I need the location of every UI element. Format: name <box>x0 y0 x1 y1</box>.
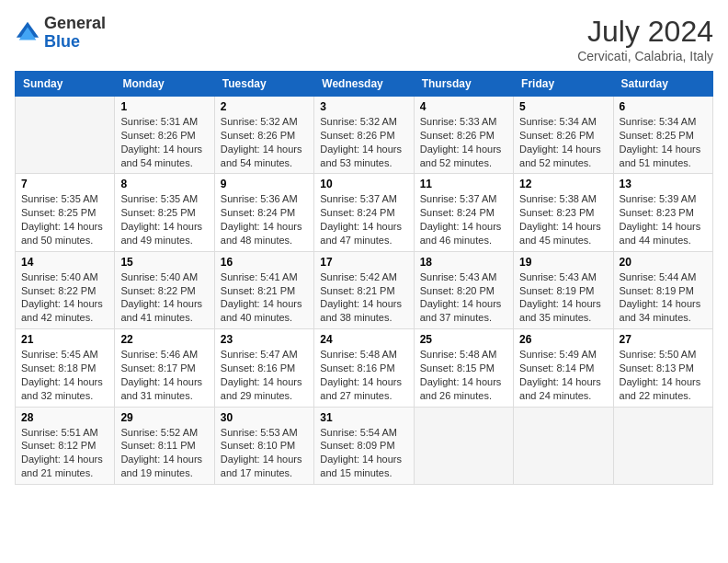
logo-blue: Blue <box>44 32 80 51</box>
day-number: 3 <box>320 100 407 113</box>
cell-info: Sunrise: 5:35 AMSunset: 8:25 PMDaylight:… <box>120 193 202 246</box>
day-number: 7 <box>21 178 108 190</box>
logo-general: General <box>44 14 106 32</box>
day-number: 26 <box>519 333 607 346</box>
header-sunday: Sunday <box>16 72 115 97</box>
calendar-cell: 17 Sunrise: 5:42 AMSunset: 8:21 PMDaylig… <box>314 251 414 328</box>
day-number: 19 <box>519 256 607 269</box>
calendar-cell <box>514 407 613 484</box>
title-section: July 2024 Cervicati, Calabria, Italy <box>577 15 713 63</box>
day-number: 30 <box>221 411 308 424</box>
week-row-2: 14 Sunrise: 5:40 AMSunset: 8:22 PMDaylig… <box>16 251 713 328</box>
day-number: 6 <box>620 100 707 113</box>
calendar-cell <box>613 407 712 484</box>
cell-info: Sunrise: 5:35 AMSunset: 8:25 PMDaylight:… <box>21 193 103 246</box>
day-number: 1 <box>120 100 208 113</box>
header-tuesday: Tuesday <box>214 72 313 97</box>
calendar-table: SundayMondayTuesdayWednesdayThursdayFrid… <box>15 71 713 485</box>
header-saturday: Saturday <box>613 72 712 97</box>
cell-info: Sunrise: 5:39 AMSunset: 8:23 PMDaylight:… <box>620 193 701 246</box>
calendar-cell: 28 Sunrise: 5:51 AMSunset: 8:12 PMDaylig… <box>16 407 115 484</box>
calendar-cell: 2 Sunrise: 5:32 AMSunset: 8:26 PMDayligh… <box>214 97 313 174</box>
cell-info: Sunrise: 5:37 AMSunset: 8:24 PMDaylight:… <box>420 193 502 246</box>
calendar-cell: 3 Sunrise: 5:32 AMSunset: 8:26 PMDayligh… <box>314 97 414 174</box>
calendar-cell: 20 Sunrise: 5:44 AMSunset: 8:19 PMDaylig… <box>613 251 712 328</box>
day-number: 5 <box>519 100 607 113</box>
cell-info: Sunrise: 5:38 AMSunset: 8:23 PMDaylight:… <box>519 193 601 246</box>
day-number: 24 <box>320 333 407 346</box>
cell-info: Sunrise: 5:34 AMSunset: 8:26 PMDaylight:… <box>519 116 601 168</box>
cell-info: Sunrise: 5:43 AMSunset: 8:20 PMDaylight:… <box>420 271 502 324</box>
cell-info: Sunrise: 5:40 AMSunset: 8:22 PMDaylight:… <box>21 271 103 324</box>
cell-info: Sunrise: 5:44 AMSunset: 8:19 PMDaylight:… <box>620 271 701 324</box>
day-number: 18 <box>420 256 507 269</box>
calendar-cell: 7 Sunrise: 5:35 AMSunset: 8:25 PMDayligh… <box>16 174 115 251</box>
day-number: 14 <box>21 256 108 269</box>
week-row-1: 7 Sunrise: 5:35 AMSunset: 8:25 PMDayligh… <box>16 174 713 251</box>
day-number: 13 <box>620 178 707 190</box>
calendar-cell: 18 Sunrise: 5:43 AMSunset: 8:20 PMDaylig… <box>414 251 513 328</box>
header-row: SundayMondayTuesdayWednesdayThursdayFrid… <box>16 72 713 97</box>
day-number: 27 <box>620 333 707 346</box>
day-number: 21 <box>21 333 108 346</box>
cell-info: Sunrise: 5:54 AMSunset: 8:09 PMDaylight:… <box>320 427 402 479</box>
day-number: 10 <box>320 178 407 190</box>
cell-info: Sunrise: 5:52 AMSunset: 8:11 PMDaylight:… <box>120 427 202 479</box>
cell-info: Sunrise: 5:51 AMSunset: 8:12 PMDaylight:… <box>21 427 103 479</box>
day-number: 25 <box>420 333 507 346</box>
day-number: 22 <box>120 333 208 346</box>
cell-info: Sunrise: 5:41 AMSunset: 8:21 PMDaylight:… <box>221 271 302 324</box>
logo-text: General Blue <box>44 15 106 52</box>
calendar-cell: 27 Sunrise: 5:50 AMSunset: 8:13 PMDaylig… <box>613 329 712 407</box>
day-number: 17 <box>320 256 407 269</box>
week-row-0: 1 Sunrise: 5:31 AMSunset: 8:26 PMDayligh… <box>16 97 713 174</box>
cell-info: Sunrise: 5:50 AMSunset: 8:13 PMDaylight:… <box>620 349 701 401</box>
day-number: 9 <box>221 178 308 190</box>
calendar-cell: 15 Sunrise: 5:40 AMSunset: 8:22 PMDaylig… <box>115 251 214 328</box>
calendar-cell: 4 Sunrise: 5:33 AMSunset: 8:26 PMDayligh… <box>414 97 513 174</box>
calendar-cell: 1 Sunrise: 5:31 AMSunset: 8:26 PMDayligh… <box>115 97 214 174</box>
cell-info: Sunrise: 5:37 AMSunset: 8:24 PMDaylight:… <box>320 193 402 246</box>
day-number: 4 <box>420 100 507 113</box>
cell-info: Sunrise: 5:42 AMSunset: 8:21 PMDaylight:… <box>320 271 402 324</box>
month-year: July 2024 <box>577 15 713 49</box>
cell-info: Sunrise: 5:40 AMSunset: 8:22 PMDaylight:… <box>120 271 202 324</box>
calendar-cell: 13 Sunrise: 5:39 AMSunset: 8:23 PMDaylig… <box>613 174 712 251</box>
calendar-cell: 9 Sunrise: 5:36 AMSunset: 8:24 PMDayligh… <box>214 174 313 251</box>
calendar-cell: 22 Sunrise: 5:46 AMSunset: 8:17 PMDaylig… <box>115 329 214 407</box>
location: Cervicati, Calabria, Italy <box>577 49 713 63</box>
calendar-cell: 10 Sunrise: 5:37 AMSunset: 8:24 PMDaylig… <box>314 174 414 251</box>
calendar-cell: 31 Sunrise: 5:54 AMSunset: 8:09 PMDaylig… <box>314 407 414 484</box>
calendar-cell: 23 Sunrise: 5:47 AMSunset: 8:16 PMDaylig… <box>214 329 313 407</box>
cell-info: Sunrise: 5:49 AMSunset: 8:14 PMDaylight:… <box>519 349 601 401</box>
calendar-cell: 5 Sunrise: 5:34 AMSunset: 8:26 PMDayligh… <box>514 97 613 174</box>
cell-info: Sunrise: 5:33 AMSunset: 8:26 PMDaylight:… <box>420 116 502 168</box>
week-row-4: 28 Sunrise: 5:51 AMSunset: 8:12 PMDaylig… <box>16 407 713 484</box>
cell-info: Sunrise: 5:31 AMSunset: 8:26 PMDaylight:… <box>120 116 202 168</box>
day-number: 29 <box>120 411 208 424</box>
calendar-cell: 14 Sunrise: 5:40 AMSunset: 8:22 PMDaylig… <box>16 251 115 328</box>
calendar-cell: 21 Sunrise: 5:45 AMSunset: 8:18 PMDaylig… <box>16 329 115 407</box>
header-wednesday: Wednesday <box>314 72 414 97</box>
cell-info: Sunrise: 5:45 AMSunset: 8:18 PMDaylight:… <box>21 349 103 401</box>
day-number: 16 <box>221 256 308 269</box>
day-number: 15 <box>120 256 208 269</box>
calendar-cell: 26 Sunrise: 5:49 AMSunset: 8:14 PMDaylig… <box>514 329 613 407</box>
day-number: 8 <box>120 178 208 190</box>
day-number: 28 <box>21 411 108 424</box>
day-number: 20 <box>620 256 707 269</box>
cell-info: Sunrise: 5:46 AMSunset: 8:17 PMDaylight:… <box>120 349 202 401</box>
header-monday: Monday <box>115 72 214 97</box>
day-number: 12 <box>519 178 607 190</box>
day-number: 23 <box>221 333 308 346</box>
calendar-cell: 8 Sunrise: 5:35 AMSunset: 8:25 PMDayligh… <box>115 174 214 251</box>
cell-info: Sunrise: 5:34 AMSunset: 8:25 PMDaylight:… <box>620 116 701 168</box>
cell-info: Sunrise: 5:43 AMSunset: 8:19 PMDaylight:… <box>519 271 601 324</box>
calendar-cell: 11 Sunrise: 5:37 AMSunset: 8:24 PMDaylig… <box>414 174 513 251</box>
logo-icon <box>15 20 40 46</box>
cell-info: Sunrise: 5:32 AMSunset: 8:26 PMDaylight:… <box>221 116 302 168</box>
calendar-cell <box>16 97 115 174</box>
header-friday: Friday <box>514 72 613 97</box>
calendar-cell: 6 Sunrise: 5:34 AMSunset: 8:25 PMDayligh… <box>613 97 712 174</box>
cell-info: Sunrise: 5:48 AMSunset: 8:16 PMDaylight:… <box>320 349 402 401</box>
